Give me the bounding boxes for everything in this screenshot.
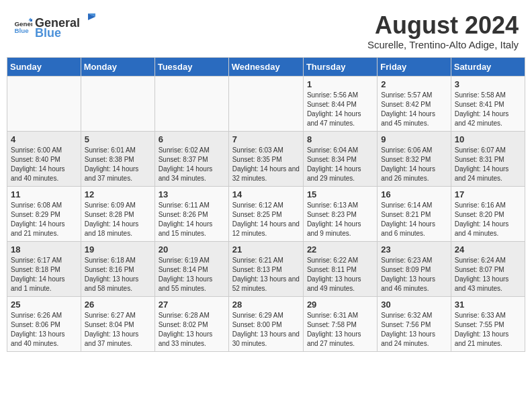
calendar-cell: 30Sunrise: 6:32 AM Sunset: 7:56 PM Dayli… [378,296,451,351]
page-header: General Blue General Blue August 2024 Sc… [7,7,525,53]
calendar-cell: 27Sunrise: 6:28 AM Sunset: 8:02 PM Dayli… [154,296,228,351]
weekday-header-row: SundayMondayTuesdayWednesdayThursdayFrid… [7,57,525,76]
day-number: 10 [455,134,521,144]
day-detail: Sunrise: 5:57 AM Sunset: 8:42 PM Dayligh… [381,91,447,128]
day-number: 30 [381,300,447,310]
day-detail: Sunrise: 6:07 AM Sunset: 8:31 PM Dayligh… [455,146,521,183]
weekday-header-monday: Monday [81,57,154,76]
calendar-cell: 20Sunrise: 6:19 AM Sunset: 8:14 PM Dayli… [154,241,228,296]
day-number: 6 [159,134,225,144]
calendar-week-5: 25Sunrise: 6:26 AM Sunset: 8:06 PM Dayli… [7,296,525,351]
day-number: 7 [232,134,300,144]
logo: General Blue General Blue [13,12,96,40]
calendar-cell: 25Sunrise: 6:26 AM Sunset: 8:06 PM Dayli… [7,296,81,351]
calendar-table: SundayMondayTuesdayWednesdayThursdayFrid… [7,57,525,352]
calendar-cell: 24Sunrise: 6:24 AM Sunset: 8:07 PM Dayli… [451,241,525,296]
day-detail: Sunrise: 6:28 AM Sunset: 8:02 PM Dayligh… [159,311,225,349]
day-detail: Sunrise: 6:17 AM Sunset: 8:18 PM Dayligh… [11,256,77,293]
calendar-cell: 22Sunrise: 6:22 AM Sunset: 8:11 PM Dayli… [303,241,377,296]
weekday-header-wednesday: Wednesday [228,57,303,76]
day-detail: Sunrise: 5:58 AM Sunset: 8:41 PM Dayligh… [455,91,521,128]
day-number: 1 [307,79,373,89]
calendar-cell: 13Sunrise: 6:11 AM Sunset: 8:26 PM Dayli… [154,186,228,241]
day-detail: Sunrise: 6:06 AM Sunset: 8:32 PM Dayligh… [381,146,447,183]
day-detail: Sunrise: 6:31 AM Sunset: 7:58 PM Dayligh… [307,311,373,349]
day-detail: Sunrise: 6:02 AM Sunset: 8:37 PM Dayligh… [159,146,225,183]
calendar-cell: 31Sunrise: 6:33 AM Sunset: 7:55 PM Dayli… [451,296,525,351]
day-detail: Sunrise: 6:33 AM Sunset: 7:55 PM Dayligh… [455,311,521,349]
calendar-cell: 9Sunrise: 6:06 AM Sunset: 8:32 PM Daylig… [378,131,451,186]
day-detail: Sunrise: 6:09 AM Sunset: 8:28 PM Dayligh… [85,201,151,238]
logo-icon: General Blue [13,17,32,36]
day-number: 4 [11,134,77,144]
day-number: 11 [11,189,77,199]
day-number: 24 [455,244,521,255]
month-year-title: August 2024 [367,12,519,39]
day-detail: Sunrise: 6:11 AM Sunset: 8:26 PM Dayligh… [159,201,225,238]
day-number: 26 [85,300,151,310]
day-number: 20 [159,244,225,255]
day-detail: Sunrise: 6:22 AM Sunset: 8:11 PM Dayligh… [307,256,373,293]
calendar-cell: 26Sunrise: 6:27 AM Sunset: 8:04 PM Dayli… [81,296,154,351]
weekday-header-thursday: Thursday [303,57,377,76]
day-number: 8 [307,134,373,144]
day-number: 17 [455,189,521,199]
calendar-cell: 14Sunrise: 6:12 AM Sunset: 8:25 PM Dayli… [228,186,303,241]
day-number: 18 [11,244,77,255]
day-detail: Sunrise: 6:12 AM Sunset: 8:25 PM Dayligh… [232,201,300,238]
day-number: 3 [455,79,521,89]
calendar-header: SundayMondayTuesdayWednesdayThursdayFrid… [7,57,525,76]
calendar-week-3: 11Sunrise: 6:08 AM Sunset: 8:29 PM Dayli… [7,186,525,241]
calendar-cell: 15Sunrise: 6:13 AM Sunset: 8:23 PM Dayli… [303,186,377,241]
day-number: 29 [307,300,373,310]
calendar-cell: 8Sunrise: 6:04 AM Sunset: 8:34 PM Daylig… [303,131,377,186]
day-number: 14 [232,189,300,199]
calendar-week-4: 18Sunrise: 6:17 AM Sunset: 8:18 PM Dayli… [7,241,525,296]
day-detail: Sunrise: 6:19 AM Sunset: 8:14 PM Dayligh… [159,256,225,293]
day-detail: Sunrise: 6:29 AM Sunset: 8:00 PM Dayligh… [232,311,300,349]
day-number: 5 [85,134,151,144]
calendar-cell: 18Sunrise: 6:17 AM Sunset: 8:18 PM Dayli… [7,241,81,296]
calendar-cell: 28Sunrise: 6:29 AM Sunset: 8:00 PM Dayli… [228,296,303,351]
day-number: 12 [85,189,151,199]
day-number: 16 [381,189,447,199]
calendar-cell: 19Sunrise: 6:18 AM Sunset: 8:16 PM Dayli… [81,241,154,296]
day-detail: Sunrise: 6:14 AM Sunset: 8:21 PM Dayligh… [381,201,447,238]
calendar-week-2: 4Sunrise: 6:00 AM Sunset: 8:40 PM Daylig… [7,131,525,186]
day-number: 22 [307,244,373,255]
day-number: 21 [232,244,300,255]
calendar-cell: 16Sunrise: 6:14 AM Sunset: 8:21 PM Dayli… [378,186,451,241]
day-number: 31 [455,300,521,310]
weekday-header-sunday: Sunday [7,57,81,76]
day-number: 15 [307,189,373,199]
logo-flag-icon [81,12,95,27]
day-number: 9 [381,134,447,144]
calendar-cell: 12Sunrise: 6:09 AM Sunset: 8:28 PM Dayli… [81,186,154,241]
calendar-body: 1Sunrise: 5:56 AM Sunset: 8:44 PM Daylig… [7,76,525,351]
day-detail: Sunrise: 5:56 AM Sunset: 8:44 PM Dayligh… [307,91,373,128]
calendar-cell: 4Sunrise: 6:00 AM Sunset: 8:40 PM Daylig… [7,131,81,186]
day-detail: Sunrise: 6:00 AM Sunset: 8:40 PM Dayligh… [11,146,77,183]
day-detail: Sunrise: 6:03 AM Sunset: 8:35 PM Dayligh… [232,146,300,183]
calendar-cell: 23Sunrise: 6:23 AM Sunset: 8:09 PM Dayli… [378,241,451,296]
calendar-cell: 1Sunrise: 5:56 AM Sunset: 8:44 PM Daylig… [303,76,377,131]
calendar-cell: 5Sunrise: 6:01 AM Sunset: 8:38 PM Daylig… [81,131,154,186]
day-detail: Sunrise: 6:32 AM Sunset: 7:56 PM Dayligh… [381,311,447,349]
calendar-cell: 7Sunrise: 6:03 AM Sunset: 8:35 PM Daylig… [228,131,303,186]
day-detail: Sunrise: 6:01 AM Sunset: 8:38 PM Dayligh… [85,146,151,183]
day-detail: Sunrise: 6:26 AM Sunset: 8:06 PM Dayligh… [11,311,77,349]
day-number: 19 [85,244,151,255]
calendar-cell: 21Sunrise: 6:21 AM Sunset: 8:13 PM Dayli… [228,241,303,296]
calendar-cell [7,76,81,131]
calendar-cell: 10Sunrise: 6:07 AM Sunset: 8:31 PM Dayli… [451,131,525,186]
calendar-cell [81,76,154,131]
day-detail: Sunrise: 6:16 AM Sunset: 8:20 PM Dayligh… [455,201,521,238]
day-detail: Sunrise: 6:24 AM Sunset: 8:07 PM Dayligh… [455,256,521,293]
day-number: 28 [232,300,300,310]
day-detail: Sunrise: 6:27 AM Sunset: 8:04 PM Dayligh… [85,311,151,349]
day-detail: Sunrise: 6:04 AM Sunset: 8:34 PM Dayligh… [307,146,373,183]
calendar-cell: 3Sunrise: 5:58 AM Sunset: 8:41 PM Daylig… [451,76,525,131]
calendar-week-1: 1Sunrise: 5:56 AM Sunset: 8:44 PM Daylig… [7,76,525,131]
day-number: 13 [159,189,225,199]
day-number: 25 [11,300,77,310]
